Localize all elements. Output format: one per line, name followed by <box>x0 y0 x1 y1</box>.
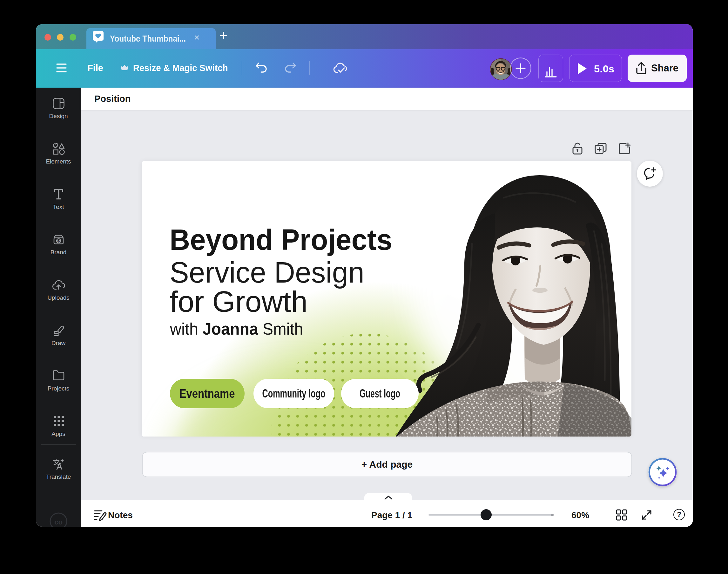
svg-text:co: co <box>57 239 60 243</box>
svg-text:co: co <box>54 518 63 526</box>
